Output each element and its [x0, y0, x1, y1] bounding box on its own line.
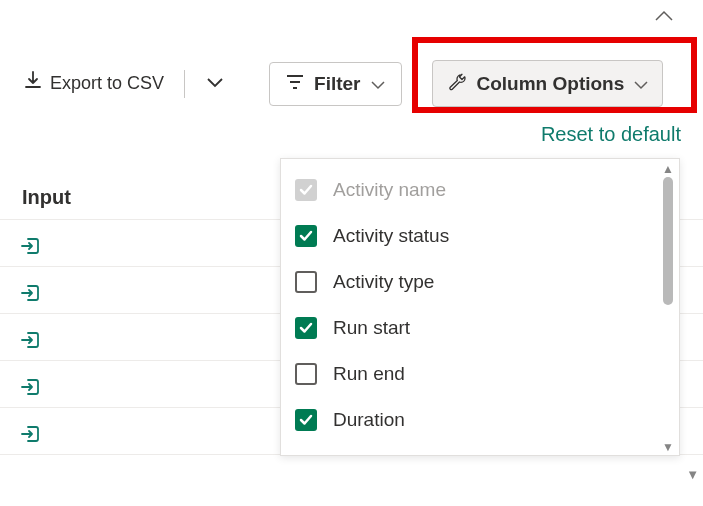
column-options-dropdown: Activity name Activity status Activity t…: [280, 158, 680, 456]
checkbox-unchecked-icon: [295, 271, 317, 293]
filter-label: Filter: [314, 73, 360, 95]
input-icon[interactable]: [20, 329, 42, 351]
checkbox-checked-icon: [295, 317, 317, 339]
export-to-csv-button[interactable]: Export to CSV: [20, 65, 168, 102]
toolbar: Export to CSV Filter Column Options: [0, 40, 703, 107]
checkbox-unchecked-icon: [295, 363, 317, 385]
option-label: Run end: [333, 363, 405, 385]
checkbox-disabled-checked-icon: [295, 179, 317, 201]
divider: [184, 70, 185, 98]
option-label: Activity name: [333, 179, 446, 201]
input-icon[interactable]: [20, 282, 42, 304]
option-activity-name[interactable]: Activity name: [295, 167, 665, 213]
column-options-label: Column Options: [477, 73, 625, 95]
reset-to-default-link[interactable]: Reset to default: [541, 123, 681, 146]
checkbox-checked-icon: [295, 225, 317, 247]
page-scroll-down-icon: ▼: [686, 467, 699, 482]
input-icon[interactable]: [20, 376, 42, 398]
option-run-end[interactable]: Run end: [295, 351, 665, 397]
scroll-down-icon: ▼: [662, 441, 674, 453]
option-duration[interactable]: Duration: [295, 397, 665, 443]
scroll-up-icon: ▲: [662, 163, 674, 175]
wrench-icon: [447, 71, 467, 96]
option-activity-type[interactable]: Activity type: [295, 259, 665, 305]
option-label: Duration: [333, 409, 405, 431]
option-label: Activity type: [333, 271, 434, 293]
option-run-start[interactable]: Run start: [295, 305, 665, 351]
option-label: Activity status: [333, 225, 449, 247]
export-dropdown-chevron[interactable]: [201, 70, 229, 97]
chevron-down-icon: [634, 73, 648, 95]
filter-icon: [286, 73, 304, 95]
checkbox-checked-icon: [295, 409, 317, 431]
option-activity-status[interactable]: Activity status: [295, 213, 665, 259]
column-options-button[interactable]: Column Options: [432, 60, 664, 107]
collapse-chevron[interactable]: [655, 8, 673, 26]
option-label: Run start: [333, 317, 410, 339]
input-icon[interactable]: [20, 235, 42, 257]
filter-button[interactable]: Filter: [269, 62, 401, 106]
dropdown-scrollbar[interactable]: ▲ ▼: [661, 163, 675, 453]
download-icon: [24, 71, 42, 96]
export-label: Export to CSV: [50, 73, 164, 94]
input-column-header: Input: [22, 186, 71, 209]
scrollbar-thumb[interactable]: [663, 177, 673, 305]
input-icon[interactable]: [20, 423, 42, 445]
chevron-down-icon: [371, 73, 385, 95]
